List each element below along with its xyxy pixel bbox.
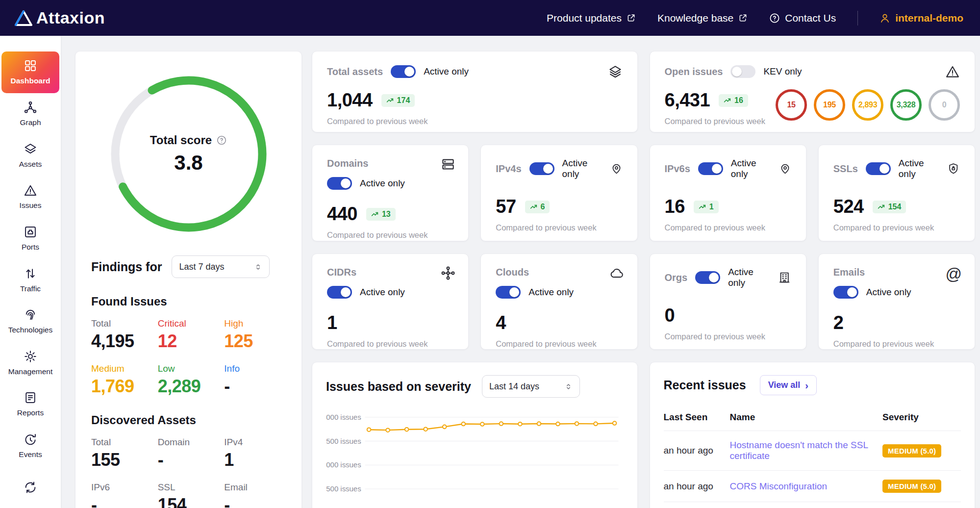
total-score-value: 3.8 — [174, 151, 202, 175]
trend-badge: 1 — [694, 201, 719, 213]
open-issues-value: 6,431 — [665, 90, 710, 111]
column-header-severity: Severity — [882, 404, 961, 431]
total-assets-active-toggle[interactable] — [391, 65, 416, 78]
high-count-circle: 195 — [814, 89, 845, 121]
chart-range-value: Last 14 days — [489, 381, 539, 392]
sidebar-item-partial[interactable] — [0, 466, 61, 508]
card-title: IPv4s — [496, 163, 521, 175]
findings-for-title: Findings for — [91, 260, 162, 274]
found-issues-title: Found Issues — [91, 295, 286, 308]
sidebar-item-issues[interactable]: Issues — [0, 176, 61, 218]
layers-icon — [608, 64, 623, 79]
last-seen-cell: an hour ago — [664, 431, 730, 471]
severity-line-chart: 3000 issues2500 issues2000 issues1500 is… — [326, 406, 624, 508]
svg-text:1500 issues: 1500 issues — [326, 485, 361, 493]
severity-count-circles: 15 195 2,893 3,328 0 — [776, 89, 960, 121]
card-title: Clouds — [496, 267, 622, 278]
low-count-circle: 3,328 — [890, 89, 922, 121]
toggle-label: Active only — [360, 287, 405, 298]
sidebar-item-events[interactable]: Events — [0, 425, 61, 467]
metric-info: Info - — [224, 363, 286, 397]
brand-logo[interactable]: Attaxion — [15, 8, 105, 27]
cloud-icon — [610, 266, 625, 280]
sidebar-item-label: Ports — [22, 243, 39, 252]
sidebar-item-ports[interactable]: Ports — [0, 218, 61, 259]
cidrs-active-toggle[interactable] — [327, 286, 352, 299]
metric-assets-total: Total 155 — [91, 437, 153, 470]
compare-label: Compared to previous week — [496, 223, 622, 232]
nav-product-updates[interactable]: Product updates — [547, 12, 636, 24]
ipv6s-card: IPv6s Active only 16 1 Compared to previ… — [650, 145, 806, 241]
compare-label: Compared to previous week — [833, 223, 960, 232]
compare-label: Compared to previous week — [665, 332, 791, 341]
trending-up-icon — [724, 97, 731, 104]
ipv4s-active-toggle[interactable] — [529, 162, 554, 175]
emails-active-toggle[interactable] — [833, 286, 858, 299]
view-all-button[interactable]: View all› — [760, 375, 817, 395]
nav-product-updates-label: Product updates — [547, 12, 622, 24]
orgs-active-toggle[interactable] — [695, 271, 720, 284]
nav-user-label: internal-demo — [895, 12, 963, 24]
metric-assets-email: Email - — [224, 482, 286, 508]
toggle-label: Active only — [899, 158, 940, 179]
issues-severity-chart-card: Issues based on severity Last 14 days 30… — [312, 362, 638, 508]
cidrs-value: 1 — [327, 312, 337, 333]
trending-up-icon — [386, 97, 394, 104]
sidebar-item-graph[interactable]: Graph — [0, 93, 61, 135]
findings-range-value: Last 7 days — [179, 262, 224, 272]
medium-count-circle: 2,893 — [852, 89, 883, 121]
total-score-label: Total score — [150, 133, 212, 147]
domains-active-toggle[interactable] — [327, 177, 352, 190]
trending-up-icon — [878, 203, 885, 210]
sidebar-item-dashboard[interactable]: Dashboard — [1, 51, 59, 93]
toggle-label: Active only — [424, 66, 469, 77]
nav-divider — [857, 11, 858, 25]
kev-only-toggle[interactable] — [730, 65, 755, 78]
total-assets-value: 1,044 — [327, 90, 373, 111]
cidrs-card: CIDRs Active only 1 Compared to previous… — [312, 254, 469, 350]
external-link-icon — [627, 13, 636, 23]
findings-range-select[interactable]: Last 7 days — [172, 255, 270, 278]
attaxion-dashboard: Attaxion Product updates Knowledge base … — [0, 0, 980, 508]
sidebar-item-assets[interactable]: Assets — [0, 134, 61, 176]
sidebar-item-traffic[interactable]: Traffic — [0, 259, 61, 301]
card-title: Total assets — [327, 66, 383, 77]
card-title: SSLs — [833, 163, 858, 175]
sidebar-item-technologies[interactable]: Technologies — [0, 301, 61, 342]
orgs-card: Orgs Active only 0 Compared to previous … — [650, 254, 806, 350]
card-title: Emails — [833, 267, 960, 278]
trend-badge: 6 — [525, 201, 550, 213]
issue-link[interactable]: Hostname doesn't match the SSL certifica… — [730, 440, 868, 461]
sidebar-item-label: Traffic — [20, 284, 41, 293]
score-info-icon[interactable] — [216, 135, 227, 146]
nav-user-menu[interactable]: internal-demo — [879, 12, 963, 24]
severity-badge: MEDIUM (5.0) — [882, 480, 941, 493]
up-down-arrows-icon — [24, 267, 37, 280]
recent-issues-table: Last Seen Name Severity an hour ago Host… — [664, 404, 961, 508]
clouds-card: Clouds Active only 4 Compared to previou… — [480, 254, 637, 350]
clouds-active-toggle[interactable] — [496, 286, 521, 299]
chart-range-select[interactable]: Last 14 days — [482, 375, 580, 398]
trending-up-icon — [699, 203, 706, 210]
network-nodes-icon — [441, 266, 455, 280]
location-pin-icon — [610, 162, 623, 176]
nav-contact-us[interactable]: Contact Us — [769, 12, 836, 24]
nav-knowledge-base[interactable]: Knowledge base — [657, 12, 748, 24]
ssls-active-toggle[interactable] — [866, 162, 891, 175]
toggle-label: Active only — [562, 158, 603, 179]
sidebar-item-label: Management — [8, 367, 52, 376]
warning-triangle-icon — [24, 183, 37, 197]
toggle-label: KEV only — [763, 66, 802, 77]
trend-badge: 154 — [873, 201, 906, 213]
sidebar-item-label: Reports — [17, 408, 44, 417]
sidebar-item-label: Assets — [19, 160, 42, 169]
emails-value: 2 — [833, 312, 844, 333]
issue-link[interactable]: CORS Misconfiguration — [730, 481, 828, 491]
sidebar-item-management[interactable]: Management — [0, 342, 61, 383]
orgs-value: 0 — [665, 305, 675, 326]
sidebar-item-reports[interactable]: Reports — [0, 383, 61, 425]
metric-assets-ipv6: IPv6 - — [91, 482, 153, 508]
toggle-label: Active only — [866, 287, 911, 298]
metric-low: Low 2,289 — [158, 363, 220, 397]
ipv6s-active-toggle[interactable] — [698, 162, 723, 175]
